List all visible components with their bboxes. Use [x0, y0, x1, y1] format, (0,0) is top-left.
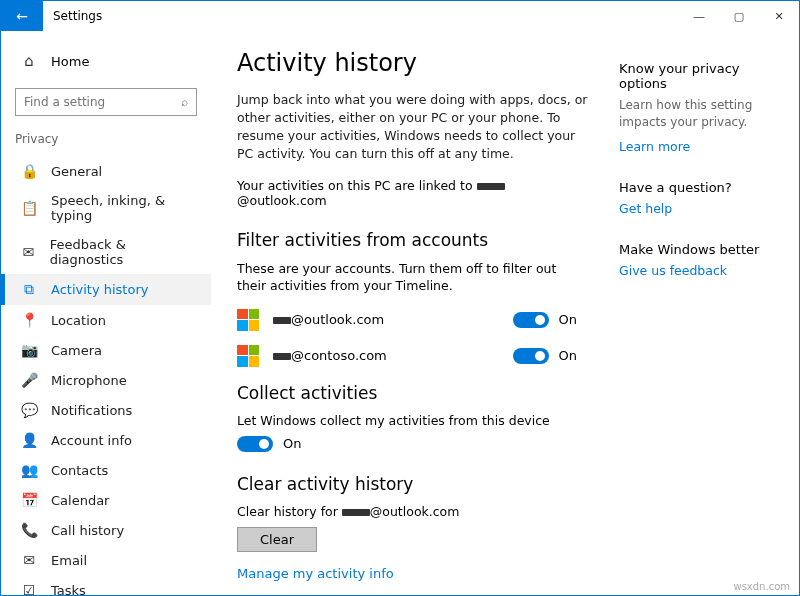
nav-icon: ✉: [21, 552, 37, 568]
toggle-state: On: [559, 348, 577, 363]
account-row: @outlook.com On: [237, 309, 577, 331]
redacted: [342, 509, 370, 516]
filter-heading: Filter activities from accounts: [237, 230, 589, 250]
feedback-link[interactable]: Give us feedback: [619, 263, 727, 278]
nav-icon: 🎤: [21, 372, 37, 388]
account-toggle[interactable]: On: [513, 312, 577, 328]
nav-label: Feedback & diagnostics: [50, 237, 191, 267]
nav-item[interactable]: ✉Email: [1, 545, 211, 575]
nav-icon: 📷: [21, 342, 37, 358]
linked-text: Your activities on this PC are linked to…: [237, 178, 589, 208]
search-input[interactable]: ⌕: [15, 88, 197, 116]
microsoft-logo-icon: [237, 309, 259, 331]
back-button[interactable]: ←: [1, 1, 43, 31]
page-title: Activity history: [237, 49, 589, 77]
section-label: Privacy: [1, 132, 211, 152]
clear-desc: Clear history for @outlook.com: [237, 504, 589, 519]
nav-icon: 👤: [21, 432, 37, 448]
minimize-button[interactable]: ―: [679, 1, 719, 31]
nav-item[interactable]: 💬Notifications: [1, 395, 211, 425]
nav-label: Speech, inking, & typing: [51, 193, 191, 223]
get-help-link[interactable]: Get help: [619, 201, 672, 216]
know-sub: Learn how this setting impacts your priv…: [619, 97, 785, 131]
better-title: Make Windows better: [619, 242, 785, 257]
nav-label: Camera: [51, 343, 102, 358]
clear-heading: Clear activity history: [237, 474, 589, 494]
search-icon: ⌕: [181, 95, 188, 109]
nav-label: Microphone: [51, 373, 127, 388]
toggle-switch[interactable]: [513, 312, 549, 328]
nav-item[interactable]: 📍Location: [1, 305, 211, 335]
microsoft-logo-icon: [237, 345, 259, 367]
nav-item[interactable]: 👤Account info: [1, 425, 211, 455]
toggle-switch[interactable]: [513, 348, 549, 364]
nav-icon: ☑: [21, 582, 37, 595]
nav-label: Contacts: [51, 463, 108, 478]
collect-toggle[interactable]: On: [237, 436, 589, 452]
learn-more-link[interactable]: Learn more: [619, 139, 690, 154]
collect-heading: Collect activities: [237, 383, 589, 403]
nav-label: Calendar: [51, 493, 109, 508]
nav-icon: 📍: [21, 312, 37, 328]
account-email: @contoso.com: [273, 348, 513, 363]
nav-label: Location: [51, 313, 106, 328]
nav-item[interactable]: 📷Camera: [1, 335, 211, 365]
home-label: Home: [51, 54, 89, 69]
home-button[interactable]: ⌂ Home: [1, 46, 211, 76]
nav-icon: ✉: [21, 244, 36, 260]
nav-icon: 🔒: [21, 163, 37, 179]
nav-item[interactable]: ⧉Activity history: [1, 274, 211, 305]
nav-item[interactable]: 📞Call history: [1, 515, 211, 545]
toggle-state: On: [283, 436, 301, 451]
nav-icon: 📋: [21, 200, 37, 216]
manage-link[interactable]: Manage my activity info: [237, 566, 589, 581]
nav-icon: 💬: [21, 402, 37, 418]
nav-item[interactable]: 🔒General: [1, 156, 211, 186]
nav-icon: 📅: [21, 492, 37, 508]
question-title: Have a question?: [619, 180, 785, 195]
redacted: [477, 183, 505, 190]
account-email: @outlook.com: [273, 312, 513, 327]
nav-icon: 👥: [21, 462, 37, 478]
clear-button[interactable]: Clear: [237, 527, 317, 552]
nav-label: Account info: [51, 433, 132, 448]
redacted: [273, 353, 291, 360]
intro-text: Jump back into what you were doing with …: [237, 91, 589, 164]
account-row: @contoso.com On: [237, 345, 577, 367]
nav-label: Tasks: [51, 583, 86, 596]
watermark: wsxdn.com: [733, 581, 790, 592]
nav-item[interactable]: 👥Contacts: [1, 455, 211, 485]
toggle-state: On: [559, 312, 577, 327]
know-title: Know your privacy options: [619, 61, 785, 91]
nav-icon: 📞: [21, 522, 37, 538]
close-button[interactable]: ✕: [759, 1, 799, 31]
search-field[interactable]: [24, 95, 181, 109]
filter-desc: These are your accounts. Turn them off t…: [237, 260, 589, 295]
nav-icon: ⧉: [21, 281, 37, 298]
redacted: [273, 317, 291, 324]
collect-desc: Let Windows collect my activities from t…: [237, 413, 589, 428]
nav-label: Email: [51, 553, 87, 568]
home-icon: ⌂: [21, 52, 37, 70]
nav-label: Activity history: [51, 282, 148, 297]
nav-item[interactable]: ✉Feedback & diagnostics: [1, 230, 211, 274]
nav-label: Notifications: [51, 403, 132, 418]
account-toggle[interactable]: On: [513, 348, 577, 364]
nav-label: General: [51, 164, 102, 179]
window-title: Settings: [53, 9, 679, 23]
nav-item[interactable]: 📋Speech, inking, & typing: [1, 186, 211, 230]
nav-item[interactable]: ☑Tasks: [1, 575, 211, 595]
nav-label: Call history: [51, 523, 124, 538]
nav-item[interactable]: 🎤Microphone: [1, 365, 211, 395]
maximize-button[interactable]: ▢: [719, 1, 759, 31]
toggle-switch[interactable]: [237, 436, 273, 452]
nav-item[interactable]: 📅Calendar: [1, 485, 211, 515]
